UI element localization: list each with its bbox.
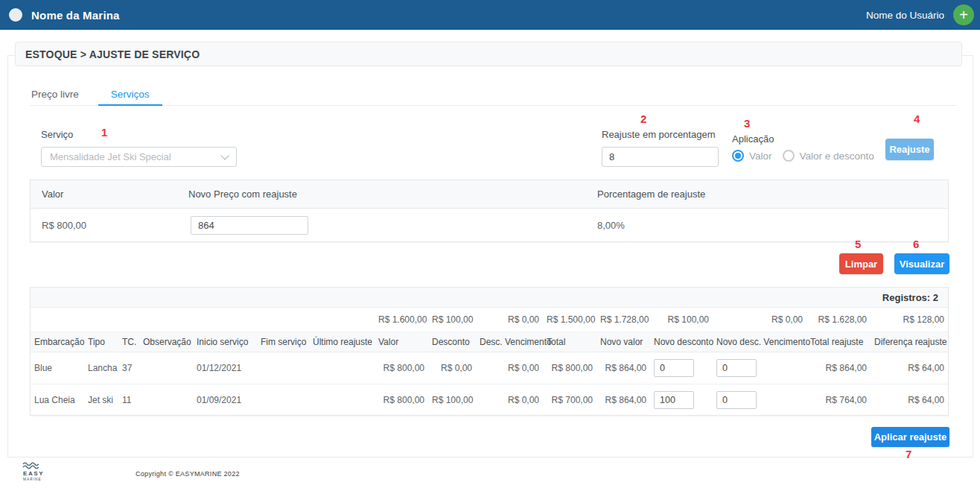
table-row: Lua Cheia Jet ski 11 01/09/2021 R$ 800,0… bbox=[31, 384, 948, 415]
total-novo-valor: R$ 1.728,00 bbox=[596, 314, 650, 325]
application-radios: Valor Valor e desconto bbox=[732, 150, 874, 162]
diferenca-reajuste-cell: R$ 64,00 bbox=[871, 395, 948, 405]
novo-desc-vencimento-input[interactable] bbox=[716, 359, 757, 377]
desc-vencimento-cell: R$ 0,00 bbox=[476, 363, 543, 373]
novo-preco-cell bbox=[188, 216, 595, 235]
tc-cell: 11 bbox=[118, 395, 139, 405]
radio-unselected-icon bbox=[783, 150, 795, 162]
novo-desc-vencimento-cell bbox=[713, 359, 806, 377]
limpar-button[interactable]: Limpar bbox=[839, 253, 883, 274]
column-header: Desc. Vencimento bbox=[476, 337, 543, 347]
marker-4: 4 bbox=[914, 113, 920, 125]
radio-valor-desconto-label: Valor e desconto bbox=[800, 150, 874, 162]
embarcacao-cell: Lua Cheia bbox=[31, 395, 84, 405]
total-total-reajuste: R$ 1.628,00 bbox=[806, 314, 871, 325]
novo-desconto-input[interactable] bbox=[654, 391, 694, 409]
aplicar-reajuste-button[interactable]: Aplicar reajuste bbox=[871, 427, 949, 447]
top-navbar: Nome da Marina Nome do Usuário + bbox=[0, 0, 980, 30]
valor-cell: R$ 800,00 bbox=[31, 220, 188, 231]
novo-preco-input[interactable] bbox=[191, 216, 308, 235]
column-header: Valor bbox=[31, 188, 188, 200]
records-table-header: Embarcação Tipo TC. Observação Inicio se… bbox=[31, 332, 948, 352]
total-cell: R$ 700,00 bbox=[543, 395, 596, 405]
desc-vencimento-cell: R$ 0,00 bbox=[476, 395, 543, 405]
radio-valor-desconto[interactable]: Valor e desconto bbox=[783, 150, 874, 162]
column-header: Tipo bbox=[84, 337, 118, 347]
column-header: Novo desc. Vencimento bbox=[713, 337, 806, 347]
column-header: Último reajuste bbox=[309, 337, 375, 347]
inicio-servico-cell: 01/09/2021 bbox=[193, 395, 257, 405]
radio-selected-icon bbox=[732, 150, 744, 162]
service-label: Serviço bbox=[41, 129, 73, 140]
column-header: Total bbox=[543, 337, 596, 347]
tab-preco-livre[interactable]: Preço livre bbox=[30, 83, 80, 105]
user-name[interactable]: Nome do Usuário bbox=[866, 10, 944, 21]
breadcrumb-text: ESTOQUE > AJUSTE DE SERVIÇO bbox=[25, 48, 200, 60]
service-select-value: Mensalidade Jet Ski Special bbox=[50, 151, 171, 162]
copyright-text: Copyright © EASYMARINE 2022 bbox=[136, 470, 240, 478]
novo-desconto-cell bbox=[650, 359, 713, 377]
column-header: Novo valor bbox=[596, 337, 650, 347]
application-label: Aplicação bbox=[732, 133, 774, 145]
desconto-cell: R$ 100,00 bbox=[428, 395, 476, 405]
novo-valor-cell: R$ 864,00 bbox=[596, 363, 650, 373]
marina-logo-icon bbox=[9, 8, 22, 22]
preview-table: Valor Novo Preço com reajuste Porcentage… bbox=[30, 180, 949, 242]
add-button[interactable]: + bbox=[953, 4, 974, 25]
chevron-down-icon bbox=[220, 151, 229, 159]
column-header: Embarcação bbox=[31, 337, 84, 347]
column-header: Inicio serviço bbox=[193, 337, 257, 347]
novo-desc-vencimento-input[interactable] bbox=[716, 391, 757, 409]
valor-cell: R$ 800,00 bbox=[375, 363, 428, 373]
easymarine-logo: EASY MARINE bbox=[19, 460, 48, 487]
marker-6: 6 bbox=[913, 238, 919, 250]
total-desc-vencimento: R$ 0,00 bbox=[476, 314, 543, 325]
column-header: Novo desconto bbox=[650, 337, 713, 347]
marker-2: 2 bbox=[640, 113, 646, 125]
reajuste-button[interactable]: Reajuste bbox=[885, 139, 934, 160]
column-header: TC. bbox=[118, 337, 139, 347]
radio-valor-label: Valor bbox=[749, 150, 772, 162]
preview-table-row: R$ 800,00 8,00% bbox=[31, 209, 948, 241]
marker-7: 7 bbox=[906, 448, 911, 460]
marker-1: 1 bbox=[101, 126, 107, 139]
diferenca-reajuste-cell: R$ 64,00 bbox=[871, 363, 948, 373]
tc-cell: 37 bbox=[118, 363, 139, 373]
service-select[interactable]: Mensalidade Jet Ski Special bbox=[41, 147, 237, 167]
total-novo-desconto: R$ 100,00 bbox=[650, 314, 713, 325]
novo-valor-cell: R$ 864,00 bbox=[596, 395, 650, 405]
column-header: Fim serviço bbox=[257, 337, 309, 347]
column-header: Observação bbox=[139, 337, 193, 347]
porcentagem-cell: 8,00% bbox=[595, 220, 948, 231]
novo-desc-vencimento-cell bbox=[713, 391, 806, 409]
tipo-cell: Lancha bbox=[84, 363, 118, 373]
visualizar-button[interactable]: Visualizar bbox=[894, 253, 949, 274]
embarcacao-cell: Blue bbox=[31, 363, 84, 373]
column-header: Desconto bbox=[428, 337, 476, 347]
records-count: Registros: 2 bbox=[31, 288, 948, 308]
total-reajuste-cell: R$ 864,00 bbox=[806, 363, 871, 373]
total-total: R$ 1.500,00 bbox=[543, 314, 596, 325]
desconto-cell: R$ 0,00 bbox=[428, 363, 476, 373]
table-row: Blue Lancha 37 01/12/2021 R$ 800,00 R$ 0… bbox=[31, 352, 948, 384]
percent-label: Reajuste em porcentagem bbox=[602, 129, 715, 140]
tabs: Preço livre Serviços bbox=[30, 83, 957, 106]
valor-cell: R$ 800,00 bbox=[375, 395, 428, 405]
breadcrumb: ESTOQUE > AJUSTE DE SERVIÇO bbox=[15, 42, 962, 66]
tab-servicos[interactable]: Serviços bbox=[98, 83, 162, 105]
column-header: Valor bbox=[375, 337, 428, 347]
novo-desconto-input[interactable] bbox=[654, 359, 694, 377]
marker-3: 3 bbox=[744, 117, 750, 130]
plus-icon: + bbox=[959, 7, 968, 23]
radio-valor[interactable]: Valor bbox=[732, 150, 772, 162]
percent-input[interactable] bbox=[602, 147, 719, 167]
totals-row: R$ 1.600,00 R$ 100,00 R$ 0,00 R$ 1.500,0… bbox=[31, 308, 948, 332]
column-header: Diferença reajuste bbox=[871, 337, 948, 347]
total-cell: R$ 800,00 bbox=[543, 363, 596, 373]
total-diferenca-reajuste: R$ 128,00 bbox=[871, 314, 948, 325]
marina-name: Nome da Marina bbox=[31, 9, 120, 22]
novo-desconto-cell bbox=[650, 391, 713, 409]
svg-text:EASY: EASY bbox=[23, 470, 44, 477]
waves-icon: EASY MARINE bbox=[19, 460, 48, 484]
total-reajuste-cell: R$ 764,00 bbox=[806, 395, 871, 405]
